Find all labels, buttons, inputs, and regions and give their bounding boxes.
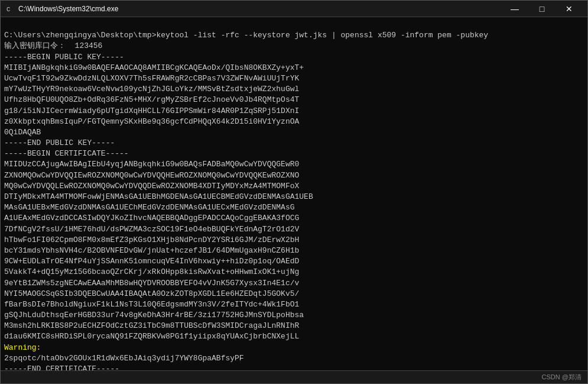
terminal-line: bcY31mdsYbhsNVH4c/B2OBVNFEDvGW/jnUat+hcz… <box>4 246 584 256</box>
terminal-line: 7DfNCgV2fssU/1HME76hdU/dsPWZMA3czSOC19F1… <box>4 224 584 235</box>
terminal-line: -----BEGIN CERTIFICATE----- <box>4 149 584 159</box>
terminal-line: A1UEAxMEdGVzdDCCASIwDQYJKoZIhvcNAQEBBQAD… <box>4 213 584 224</box>
terminal-line: Ufhz8HbQFU0UQO8Zb+OdRq36FzN5+MHX/rgMyZSB… <box>4 95 584 105</box>
terminal-line: MIIBIjANBgkqhkiG9w0BAQEFAAOCAQ8AMIIBCgKC… <box>4 63 584 73</box>
window-title: C:\Windows\System32\cmd.exe <box>18 5 501 13</box>
terminal-line: mY7wUzTHyYR9nekoaw6VceNvw109ycNjZhJGLoYk… <box>4 84 584 95</box>
terminal-line: NYI5MAOGCSqGSIb3DQEBCwUAA4IBAQAtA0OzkZOT… <box>4 289 584 299</box>
cmd-window: C C:\Windows\System32\cmd.exe — □ ✕ C:\U… <box>0 0 588 384</box>
terminal-line: hTbwFo1FI062CpmO8FM0x8mEfZ3pKGsO1XHjb8Nd… <box>4 235 584 246</box>
close-button[interactable]: ✕ <box>555 1 583 17</box>
status-text: CSDN @郑清 <box>542 373 581 382</box>
terminal-line: 9eYtB1ZWMs5zgNECAwEAAaMhMB8wHQYDVROOBBYE… <box>4 278 584 289</box>
terminal-line: M3msh2hLRKIBS8P2uECHZFOdCztGZ3iTbC9m8TTU… <box>4 321 584 331</box>
terminal-line: C:\Users\zhengqingya\Desktop\tmp>keytool… <box>4 30 584 41</box>
terminal-line: DTIyMDkxMTA4MTMOMFowWjENMAsGA1UEBhMGDENA… <box>4 192 584 202</box>
terminal-line: MIIDUzCCAjugAwIBAgIEbU4yqjANBgkqhkiG9w0B… <box>4 159 584 170</box>
terminal-line: UcwTvqF1T92w9ZkwDdzNLQLXOXV7Th5sFRAWRgR2… <box>4 73 584 84</box>
terminal-line: z0XkbptxqhBmsIquP/FGTQemnySKxHBe9q36gcfC… <box>4 117 584 127</box>
terminal-line: 0QiDAQAB <box>4 127 584 138</box>
terminal-line: d1au6KMIC8sHRDiSPL0rycaNQ91FZQRBKVw8PG1f… <box>4 331 584 342</box>
terminal-line: 2spqotc/htaObv2GOUx1R1dWx6EbJAiq3ydij7YW… <box>4 353 584 364</box>
terminal-line: -----END CERTIFICATE----- <box>4 364 584 370</box>
cmd-icon: C <box>5 4 15 14</box>
maximize-button[interactable]: □ <box>528 1 555 17</box>
terminal-line: 输入密钥库口令： 123456 <box>4 41 584 51</box>
terminal-line: gSQJhLduDthsqEerHGBD33ur74v8gKeDhA3Hr4rB… <box>4 310 584 321</box>
status-bar: CSDN @郑清 <box>1 370 587 383</box>
warning-line: Warning: <box>4 343 584 353</box>
terminal-line: -----END PUBLIC KEY----- <box>4 138 584 149</box>
terminal-line <box>4 20 584 30</box>
terminal-line: 5VakkT4+dQ15yMz15G6bcaoQZrCKrj/xRkOHpp8k… <box>4 267 584 277</box>
terminal-line: MQ0wCwYDVQQLEwROZXNOMQ0wCwYDVQQDEwROZXNO… <box>4 181 584 192</box>
terminal-line: fBarBsDIe7BholdNgiuxF1kL1NsT3L10Q6Edgsmd… <box>4 299 584 310</box>
terminal-line: MAsGA1UEBxMEdGVzdDNMAsGA1UEChMEdGVzdDENM… <box>4 202 584 213</box>
window-controls: — □ ✕ <box>501 1 583 17</box>
terminal-line: -----BEGIN PUBLIC KEY----- <box>4 52 584 63</box>
terminal-line: 9CW+EUDLaTrOE4NfP4uYjSSAnnK51omncuqVE4In… <box>4 256 584 267</box>
minimize-button[interactable]: — <box>501 1 528 17</box>
terminal-line: ZXNOMQOwCwYDVQQIEwROZXNOMQ0wCwYDVQQHEwRO… <box>4 170 584 181</box>
titlebar: C C:\Windows\System32\cmd.exe — □ ✕ <box>1 1 587 17</box>
svg-text:C: C <box>7 6 10 13</box>
terminal-body[interactable]: C:\Users\zhengqingya\Desktop\tmp>keytool… <box>1 17 587 370</box>
terminal-line: g18/i5iNJICecrmWiady6pUTgidXqHHCLL76GIPP… <box>4 106 584 117</box>
